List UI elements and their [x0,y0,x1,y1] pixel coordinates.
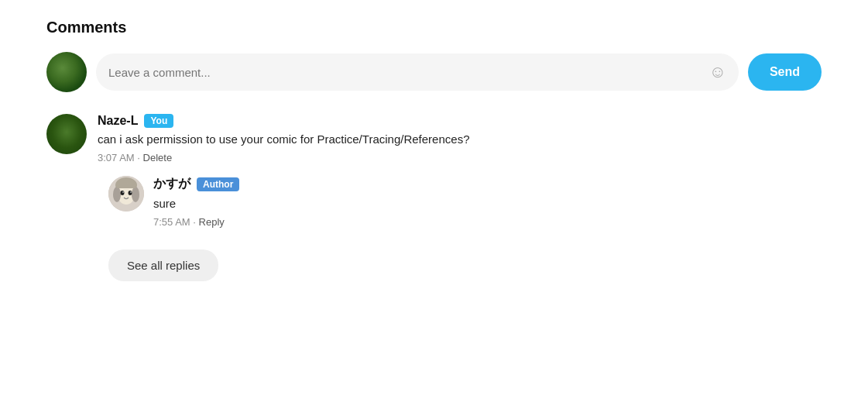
reply-header: かすが Author [153,176,822,192]
reply-link[interactable]: Reply [199,216,225,228]
reply-meta: 7:55 AM · Reply [153,216,822,228]
reply-item: かすが Author sure 7:55 AM · Reply [108,176,822,228]
reply-body: かすが Author sure 7:55 AM · Reply [153,176,822,228]
comment-meta-separator: · [137,152,142,163]
comments-heading: Comments [46,19,822,36]
svg-point-4 [132,187,139,202]
current-user-avatar [46,52,87,92]
comment-item: Naze-L You can i ask permission to use y… [46,114,822,281]
reply-text: sure [153,195,822,212]
comment-text: can i ask permission to use your comic f… [98,131,822,147]
commenter-avatar [46,114,87,154]
svg-point-8 [130,191,132,193]
reply-author-avatar [108,176,144,212]
comment-timestamp: 3:07 AM [98,152,135,163]
reply-meta-separator: · [193,216,198,228]
svg-point-3 [113,187,121,202]
delete-link[interactable]: Delete [143,152,173,163]
commenter-name: Naze-L [98,114,138,128]
comment-meta: 3:07 AM · Delete [98,152,822,163]
emoji-icon[interactable]: ☺ [708,62,726,82]
reply-author-name: かすが [153,176,190,192]
svg-point-5 [121,191,125,195]
svg-point-6 [129,191,132,195]
comment-input-row: ☺ Send [46,52,822,92]
comment-body: Naze-L You can i ask permission to use y… [98,114,822,281]
svg-point-7 [122,191,124,193]
replies-section: かすが Author sure 7:55 AM · Reply [108,176,822,228]
kasuga-avatar-svg [108,176,144,212]
comment-header: Naze-L You [98,114,822,128]
send-button[interactable]: Send [748,53,822,91]
comment-input[interactable] [108,66,702,79]
you-badge: You [144,114,173,128]
author-badge: Author [197,177,239,191]
reply-timestamp: 7:55 AM [153,216,190,228]
comment-input-wrapper: ☺ [96,53,739,91]
see-all-replies-button[interactable]: See all replies [108,249,218,281]
